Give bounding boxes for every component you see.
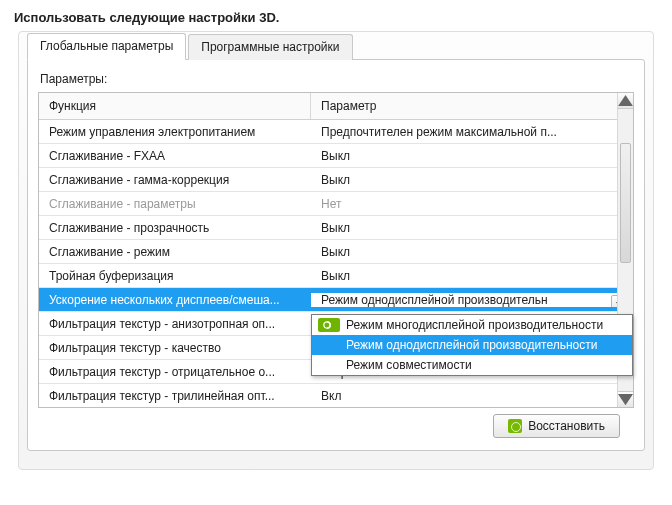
table-row[interactable]: Тройная буферизацияВыкл: [39, 264, 633, 288]
dropdown-item[interactable]: Режим однодисплейной производительности: [312, 335, 632, 355]
cell-parameter: Выкл: [311, 221, 633, 235]
page-title: Использовать следующие настройки 3D.: [0, 0, 672, 31]
table-row[interactable]: Режим управления электропитаниемПредпочт…: [39, 120, 633, 144]
dropdown-item-label: Режим однодисплейной производительности: [346, 338, 598, 352]
table-row[interactable]: Сглаживание - режимВыкл: [39, 240, 633, 264]
table-row[interactable]: Сглаживание - прозрачностьВыкл: [39, 216, 633, 240]
scroll-down-button[interactable]: [618, 391, 633, 407]
scroll-up-button[interactable]: [618, 93, 633, 109]
cell-function: Режим управления электропитанием: [39, 125, 311, 139]
tab-global[interactable]: Глобальные параметры: [27, 33, 186, 60]
cell-parameter: Выкл: [311, 245, 633, 259]
nvidia-icon: [508, 419, 522, 433]
footer-row: Восстановить: [38, 408, 634, 438]
dropdown-item-label: Режим многодисплейной производительности: [346, 318, 603, 332]
cell-parameter: Выкл: [311, 173, 633, 187]
cell-parameter: Нет: [311, 197, 633, 211]
cell-parameter: Предпочтителен режим максимальной п...: [311, 125, 633, 139]
cell-function: Ускорение нескольких дисплеев/смеша...: [39, 293, 311, 307]
table-row[interactable]: Сглаживание - параметрыНет: [39, 192, 633, 216]
cell-function: Фильтрация текстур - трилинейная опт...: [39, 389, 311, 403]
cell-function: Фильтрация текстур - анизотропная оп...: [39, 317, 311, 331]
cell-function: Сглаживание - гамма-коррекция: [39, 173, 311, 187]
dropdown-item-label: Режим совместимости: [346, 358, 472, 372]
nvidia-badge-icon: [318, 318, 340, 332]
table-row[interactable]: Ускорение нескольких дисплеев/смеша...Ре…: [39, 288, 633, 312]
param-dropdown[interactable]: Режим многодисплейной производительности…: [311, 314, 633, 376]
table-row[interactable]: Сглаживание - гамма-коррекцияВыкл: [39, 168, 633, 192]
cell-function: Сглаживание - FXAA: [39, 149, 311, 163]
restore-button[interactable]: Восстановить: [493, 414, 620, 438]
dropdown-item-spacer: [318, 338, 340, 352]
cell-function: Тройная буферизация: [39, 269, 311, 283]
header-function[interactable]: Функция: [39, 93, 311, 119]
cell-function: Сглаживание - режим: [39, 245, 311, 259]
cell-function: Фильтрация текстур - отрицательное о...: [39, 365, 311, 379]
header-parameter[interactable]: Параметр: [311, 93, 633, 119]
cell-function: Сглаживание - прозрачность: [39, 221, 311, 235]
table-header: Функция Параметр: [39, 93, 633, 120]
scroll-thumb[interactable]: [620, 143, 631, 263]
cell-parameter: Выкл: [311, 269, 633, 283]
table-row[interactable]: Фильтрация текстур - трилинейная опт...В…: [39, 384, 633, 408]
settings-panel: Глобальные параметры Программные настрой…: [18, 31, 654, 470]
params-table: Функция Параметр Режим управления электр…: [38, 92, 634, 408]
dropdown-item[interactable]: Режим совместимости: [312, 355, 632, 375]
cell-function: Сглаживание - параметры: [39, 197, 311, 211]
table-row[interactable]: Сглаживание - FXAAВыкл: [39, 144, 633, 168]
dropdown-item-spacer: [318, 358, 340, 372]
tabs-bar: Глобальные параметры Программные настрой…: [27, 31, 653, 59]
cell-function: Фильтрация текстур - качество: [39, 341, 311, 355]
cell-parameter: Вкл: [311, 389, 633, 403]
dropdown-item[interactable]: Режим многодисплейной производительности: [312, 315, 632, 335]
cell-parameter[interactable]: Режим однодисплейной производительн: [311, 293, 633, 307]
tab-program[interactable]: Программные настройки: [188, 34, 352, 60]
params-label: Параметры:: [40, 72, 634, 86]
tab-body: Параметры: Функция Параметр Режим управл…: [27, 59, 645, 451]
restore-button-label: Восстановить: [528, 419, 605, 433]
cell-parameter: Выкл: [311, 149, 633, 163]
